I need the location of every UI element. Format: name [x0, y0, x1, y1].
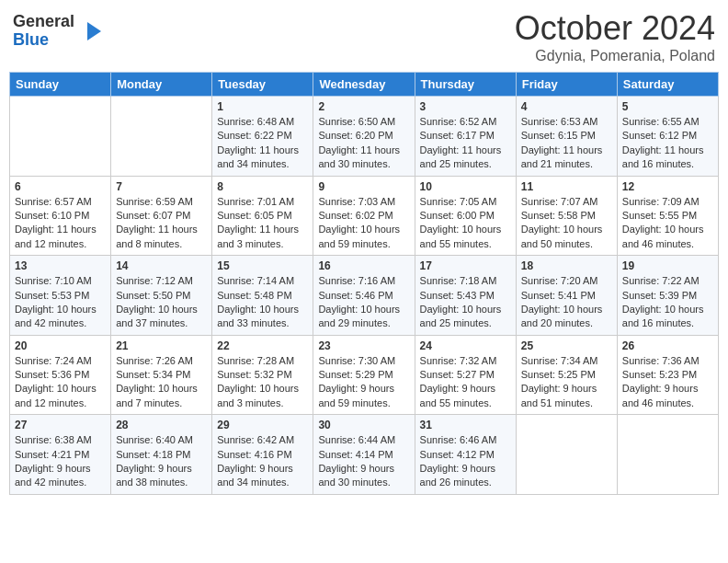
day-number: 13: [15, 259, 106, 272]
day-number: 27: [15, 419, 106, 431]
day-info: Sunrise: 6:52 AM Sunset: 6:17 PM Dayligh…: [420, 115, 511, 172]
calendar-week-row: 6Sunrise: 6:57 AM Sunset: 6:10 PM Daylig…: [10, 176, 719, 256]
day-number: 23: [318, 339, 409, 352]
day-number: 30: [318, 419, 409, 431]
header-cell-saturday: Saturday: [617, 73, 718, 97]
calendar-cell: 2Sunrise: 6:50 AM Sunset: 6:20 PM Daylig…: [313, 97, 415, 177]
day-info: Sunrise: 6:46 AM Sunset: 4:12 PM Dayligh…: [420, 433, 511, 490]
day-number: 20: [15, 339, 106, 352]
day-number: 28: [116, 419, 207, 431]
day-number: 14: [116, 259, 207, 272]
day-info: Sunrise: 7:09 AM Sunset: 5:55 PM Dayligh…: [622, 195, 713, 252]
calendar-cell: 28Sunrise: 6:40 AM Sunset: 4:18 PM Dayli…: [111, 415, 212, 495]
day-info: Sunrise: 7:28 AM Sunset: 5:32 PM Dayligh…: [217, 354, 308, 411]
day-info: Sunrise: 7:20 AM Sunset: 5:41 PM Dayligh…: [521, 274, 612, 331]
calendar-cell: 18Sunrise: 7:20 AM Sunset: 5:41 PM Dayli…: [516, 256, 617, 336]
logo-general-text: General: [13, 13, 74, 31]
calendar-cell: 22Sunrise: 7:28 AM Sunset: 5:32 PM Dayli…: [212, 335, 313, 415]
calendar-cell: 6Sunrise: 6:57 AM Sunset: 6:10 PM Daylig…: [10, 176, 111, 256]
calendar-cell: 12Sunrise: 7:09 AM Sunset: 5:55 PM Dayli…: [617, 176, 718, 256]
calendar-cell: 7Sunrise: 6:59 AM Sunset: 6:07 PM Daylig…: [111, 176, 212, 256]
logo-icon: [78, 17, 106, 45]
logo-blue-text: Blue: [13, 31, 74, 50]
day-info: Sunrise: 6:57 AM Sunset: 6:10 PM Dayligh…: [15, 195, 106, 252]
day-number: 26: [622, 339, 713, 352]
calendar-cell: [617, 415, 718, 495]
day-info: Sunrise: 7:05 AM Sunset: 6:00 PM Dayligh…: [420, 195, 511, 252]
day-info: Sunrise: 6:40 AM Sunset: 4:18 PM Dayligh…: [116, 433, 207, 490]
day-info: Sunrise: 7:16 AM Sunset: 5:46 PM Dayligh…: [318, 274, 409, 331]
day-number: 2: [318, 100, 409, 113]
calendar-cell: 17Sunrise: 7:18 AM Sunset: 5:43 PM Dayli…: [415, 256, 516, 336]
header-cell-tuesday: Tuesday: [212, 73, 313, 97]
day-info: Sunrise: 7:10 AM Sunset: 5:53 PM Dayligh…: [15, 274, 106, 331]
day-info: Sunrise: 6:42 AM Sunset: 4:16 PM Dayligh…: [217, 433, 308, 490]
day-info: Sunrise: 7:12 AM Sunset: 5:50 PM Dayligh…: [116, 274, 207, 331]
day-info: Sunrise: 6:59 AM Sunset: 6:07 PM Dayligh…: [116, 195, 207, 252]
day-info: Sunrise: 6:48 AM Sunset: 6:22 PM Dayligh…: [217, 115, 308, 172]
day-info: Sunrise: 6:38 AM Sunset: 4:21 PM Dayligh…: [15, 433, 106, 490]
calendar-cell: 29Sunrise: 6:42 AM Sunset: 4:16 PM Dayli…: [212, 415, 313, 495]
calendar-week-row: 1Sunrise: 6:48 AM Sunset: 6:22 PM Daylig…: [10, 97, 719, 177]
header-cell-sunday: Sunday: [10, 73, 111, 97]
calendar-cell: [111, 97, 212, 177]
calendar-cell: [10, 97, 111, 177]
calendar-cell: 10Sunrise: 7:05 AM Sunset: 6:00 PM Dayli…: [415, 176, 516, 256]
day-number: 29: [217, 419, 308, 431]
day-number: 4: [521, 100, 612, 113]
calendar-cell: 31Sunrise: 6:46 AM Sunset: 4:12 PM Dayli…: [415, 415, 516, 495]
day-number: 3: [420, 100, 511, 113]
calendar-cell: 25Sunrise: 7:34 AM Sunset: 5:25 PM Dayli…: [516, 335, 617, 415]
day-number: 9: [318, 180, 409, 193]
day-number: 25: [521, 339, 612, 352]
header-cell-wednesday: Wednesday: [313, 73, 415, 97]
day-info: Sunrise: 6:44 AM Sunset: 4:14 PM Dayligh…: [318, 433, 409, 490]
calendar-table: SundayMondayTuesdayWednesdayThursdayFrid…: [9, 72, 719, 495]
day-number: 22: [217, 339, 308, 352]
month-title: October 2024: [515, 9, 715, 48]
day-info: Sunrise: 6:55 AM Sunset: 6:12 PM Dayligh…: [622, 115, 713, 172]
day-number: 10: [420, 180, 511, 193]
calendar-cell: 5Sunrise: 6:55 AM Sunset: 6:12 PM Daylig…: [617, 97, 718, 177]
calendar-cell: 15Sunrise: 7:14 AM Sunset: 5:48 PM Dayli…: [212, 256, 313, 336]
calendar-cell: 23Sunrise: 7:30 AM Sunset: 5:29 PM Dayli…: [313, 335, 415, 415]
logo: General Blue: [13, 13, 106, 50]
day-info: Sunrise: 7:26 AM Sunset: 5:34 PM Dayligh…: [116, 354, 207, 411]
calendar-cell: 27Sunrise: 6:38 AM Sunset: 4:21 PM Dayli…: [10, 415, 111, 495]
day-number: 7: [116, 180, 207, 193]
calendar-cell: 30Sunrise: 6:44 AM Sunset: 4:14 PM Dayli…: [313, 415, 415, 495]
day-info: Sunrise: 7:24 AM Sunset: 5:36 PM Dayligh…: [15, 354, 106, 411]
calendar-cell: [516, 415, 617, 495]
day-info: Sunrise: 7:36 AM Sunset: 5:23 PM Dayligh…: [622, 354, 713, 411]
day-info: Sunrise: 7:34 AM Sunset: 5:25 PM Dayligh…: [521, 354, 612, 411]
day-number: 12: [622, 180, 713, 193]
calendar-cell: 24Sunrise: 7:32 AM Sunset: 5:27 PM Dayli…: [415, 335, 516, 415]
day-info: Sunrise: 7:32 AM Sunset: 5:27 PM Dayligh…: [420, 354, 511, 411]
day-info: Sunrise: 7:22 AM Sunset: 5:39 PM Dayligh…: [622, 274, 713, 331]
page-header: General Blue October 2024 Gdynia, Pomera…: [9, 9, 719, 64]
calendar-cell: 14Sunrise: 7:12 AM Sunset: 5:50 PM Dayli…: [111, 256, 212, 336]
day-info: Sunrise: 7:03 AM Sunset: 6:02 PM Dayligh…: [318, 195, 409, 252]
day-number: 21: [116, 339, 207, 352]
calendar-cell: 16Sunrise: 7:16 AM Sunset: 5:46 PM Dayli…: [313, 256, 415, 336]
day-number: 31: [420, 419, 511, 431]
day-info: Sunrise: 6:53 AM Sunset: 6:15 PM Dayligh…: [521, 115, 612, 172]
day-number: 6: [15, 180, 106, 193]
calendar-cell: 3Sunrise: 6:52 AM Sunset: 6:17 PM Daylig…: [415, 97, 516, 177]
calendar-cell: 19Sunrise: 7:22 AM Sunset: 5:39 PM Dayli…: [617, 256, 718, 336]
calendar-week-row: 27Sunrise: 6:38 AM Sunset: 4:21 PM Dayli…: [10, 415, 719, 495]
day-info: Sunrise: 6:50 AM Sunset: 6:20 PM Dayligh…: [318, 115, 409, 172]
day-number: 1: [217, 100, 308, 113]
day-number: 5: [622, 100, 713, 113]
day-number: 24: [420, 339, 511, 352]
header-cell-friday: Friday: [516, 73, 617, 97]
day-number: 17: [420, 259, 511, 272]
day-number: 11: [521, 180, 612, 193]
title-block: October 2024 Gdynia, Pomerania, Poland: [515, 9, 715, 64]
calendar-cell: 11Sunrise: 7:07 AM Sunset: 5:58 PM Dayli…: [516, 176, 617, 256]
calendar-cell: 20Sunrise: 7:24 AM Sunset: 5:36 PM Dayli…: [10, 335, 111, 415]
calendar-header-row: SundayMondayTuesdayWednesdayThursdayFrid…: [10, 73, 719, 97]
day-number: 16: [318, 259, 409, 272]
location-title: Gdynia, Pomerania, Poland: [515, 48, 715, 64]
svg-marker-0: [87, 22, 101, 40]
